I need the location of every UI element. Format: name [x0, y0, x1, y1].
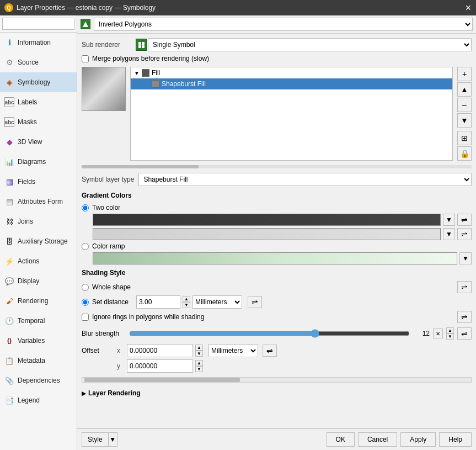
sidebar-item-label: Source: [18, 59, 39, 66]
cancel-button[interactable]: Cancel: [358, 432, 397, 447]
offset-y-input[interactable]: [127, 359, 193, 373]
sidebar-item-label: Fields: [18, 178, 35, 186]
color-ramp-dropdown[interactable]: ▼: [459, 252, 472, 264]
blur-slider[interactable]: [129, 328, 410, 339]
sidebar-item-legend[interactable]: 📑 Legend: [0, 390, 77, 410]
sub-renderer-select[interactable]: Single Symbol Categorized Graduated: [148, 38, 472, 51]
tree-item-shapeburst[interactable]: Shapeburst Fill: [131, 78, 452, 89]
sidebar-item-labels[interactable]: abc Labels: [0, 92, 77, 112]
sidebar-item-dependencies[interactable]: 📎 Dependencies: [0, 370, 77, 390]
distance-spin-up[interactable]: ▲: [183, 296, 190, 302]
close-button[interactable]: ✕: [465, 3, 472, 12]
layer-rendering-header[interactable]: ▶ Layer Rendering: [82, 387, 472, 399]
sidebar-item-source[interactable]: ⚙ Source: [0, 52, 77, 72]
joins-icon: ⛓: [4, 216, 14, 226]
sidebar-item-metadata[interactable]: 📋 Metadata: [0, 351, 77, 370]
sidebar-item-diagrams[interactable]: 📊 Diagrams: [0, 152, 77, 172]
copy-blur[interactable]: ⇌: [457, 327, 472, 340]
add-symbol-layer-button[interactable]: +: [457, 67, 472, 81]
copy-set-distance[interactable]: ⇌: [248, 296, 262, 308]
symbol-preview: [82, 67, 126, 111]
metadata-icon: 📋: [4, 356, 14, 366]
layer-type-select[interactable]: Shapeburst Fill Simple Fill Gradient Fil…: [138, 173, 472, 186]
distance-unit-select[interactable]: Millimeters Pixels Points Inches: [192, 295, 242, 309]
sidebar-item-label: Information: [18, 39, 51, 46]
sidebar-item-symbology[interactable]: ◈ Symbology: [0, 72, 77, 92]
distance-value-input[interactable]: [136, 295, 180, 309]
ok-button[interactable]: OK: [327, 432, 355, 447]
copy-color-light[interactable]: ⇌: [457, 228, 472, 240]
offset-y-spin-up[interactable]: ▲: [195, 360, 203, 366]
renderer-select[interactable]: Inverted Polygons Single Symbol Categori…: [94, 18, 473, 31]
merge-checkbox[interactable]: [82, 55, 89, 62]
two-color-radio[interactable]: [82, 204, 89, 211]
shading-style-title: Shading Style: [82, 269, 472, 277]
sidebar-item-display[interactable]: 💬 Display: [0, 271, 77, 291]
sidebar-item-label: Rendering: [18, 297, 48, 305]
sidebar-item-actions[interactable]: ⚡ Actions: [0, 251, 77, 271]
sidebar-item-temporal[interactable]: 🕐 Temporal: [0, 311, 77, 331]
duplicate-button[interactable]: ⊞: [457, 131, 472, 145]
sidebar-item-fields[interactable]: ▦ Fields: [0, 172, 77, 192]
attributes-form-icon: ▤: [4, 197, 14, 207]
3dview-icon: ◆: [4, 137, 14, 147]
color-bar-ramp[interactable]: [93, 252, 457, 264]
set-distance-label[interactable]: Set distance: [92, 298, 129, 306]
tree-item-fill[interactable]: ▼ Fill: [131, 67, 452, 78]
sidebar-item-rendering[interactable]: 🖌 Rendering: [0, 291, 77, 311]
distance-spin-down[interactable]: ▼: [183, 302, 190, 308]
offset-x-spin-up[interactable]: ▲: [195, 345, 203, 351]
color-ramp-radio[interactable]: [82, 243, 89, 250]
two-color-label[interactable]: Two color: [92, 204, 120, 211]
app-icon: Q: [4, 3, 13, 12]
offset-unit-select[interactable]: Millimeters Pixels Points: [208, 344, 258, 357]
style-button[interactable]: Style: [82, 432, 109, 447]
sidebar-item-information[interactable]: ℹ Information: [0, 33, 77, 52]
remove-symbol-layer-button[interactable]: –: [457, 98, 472, 112]
diagrams-icon: 📊: [4, 157, 14, 167]
offset-y-spin-down[interactable]: ▼: [195, 366, 203, 372]
whole-shape-radio[interactable]: [82, 284, 89, 291]
copy-whole-shape[interactable]: ⇌: [457, 281, 472, 293]
set-distance-radio[interactable]: [82, 299, 89, 306]
color-ramp-label[interactable]: Color ramp: [92, 242, 125, 250]
color-bar-light[interactable]: [93, 228, 441, 240]
shading-style-section: Shading Style Whole shape ⇌ Set distance…: [82, 269, 472, 323]
content-inner: Sub renderer Single Symbol Categorized G…: [77, 34, 476, 428]
sidebar-item-label: 3D View: [18, 138, 42, 146]
layer-rendering-section: ▶ Layer Rendering: [82, 387, 472, 399]
sidebar-item-auxiliary-storage[interactable]: 🗄 Auxiliary Storage: [0, 231, 77, 251]
sidebar-item-variables[interactable]: {} Variables: [0, 331, 77, 351]
sidebar-item-3dview[interactable]: ◆ 3D View: [0, 132, 77, 152]
sidebar-item-attributes-form[interactable]: ▤ Attributes Form: [0, 192, 77, 211]
copy-color-dark[interactable]: ⇌: [457, 214, 472, 226]
move-down-button[interactable]: ▼: [457, 113, 472, 128]
merge-label[interactable]: Merge polygons before rendering (slow): [92, 55, 209, 62]
sidebar-item-joins[interactable]: ⛓ Joins: [0, 211, 77, 231]
offset-x-input[interactable]: [127, 344, 193, 357]
blur-spin-up[interactable]: ▲: [446, 327, 454, 333]
layer-rendering-title: Layer Rendering: [88, 389, 141, 397]
lock-button[interactable]: 🔒: [457, 146, 472, 161]
color-bar-dark[interactable]: [93, 214, 441, 226]
ignore-rings-label[interactable]: Ignore rings in polygons while shading: [92, 313, 204, 321]
apply-button[interactable]: Apply: [400, 432, 436, 447]
sidebar-item-masks[interactable]: abc Masks: [0, 112, 77, 132]
blur-spin-down[interactable]: ▼: [446, 333, 454, 340]
svg-rect-3: [138, 45, 141, 48]
offset-x-spin-down[interactable]: ▼: [195, 351, 203, 357]
copy-offset[interactable]: ⇌: [263, 345, 277, 357]
help-button[interactable]: Help: [439, 432, 472, 447]
layer-type-label: Symbol layer type: [82, 176, 134, 183]
move-up-button[interactable]: ▲: [457, 82, 472, 97]
sidebar-search-input[interactable]: [2, 18, 74, 30]
symbology-icon: ◈: [4, 77, 14, 87]
sidebar-item-label: Metadata: [18, 357, 45, 364]
ignore-rings-checkbox[interactable]: [82, 314, 89, 321]
whole-shape-label[interactable]: Whole shape: [92, 283, 131, 291]
color-dropdown-dark[interactable]: ▼: [443, 214, 455, 226]
color-dropdown-light[interactable]: ▼: [443, 228, 455, 240]
copy-ignore-rings[interactable]: ⇌: [457, 311, 472, 323]
blur-clear-button[interactable]: ✕: [433, 329, 443, 338]
style-dropdown-button[interactable]: ▼: [109, 432, 117, 447]
